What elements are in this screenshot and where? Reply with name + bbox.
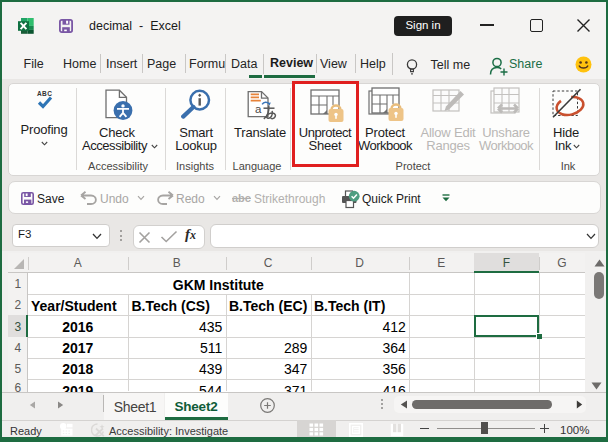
svg-text:a: a: [255, 103, 262, 115]
